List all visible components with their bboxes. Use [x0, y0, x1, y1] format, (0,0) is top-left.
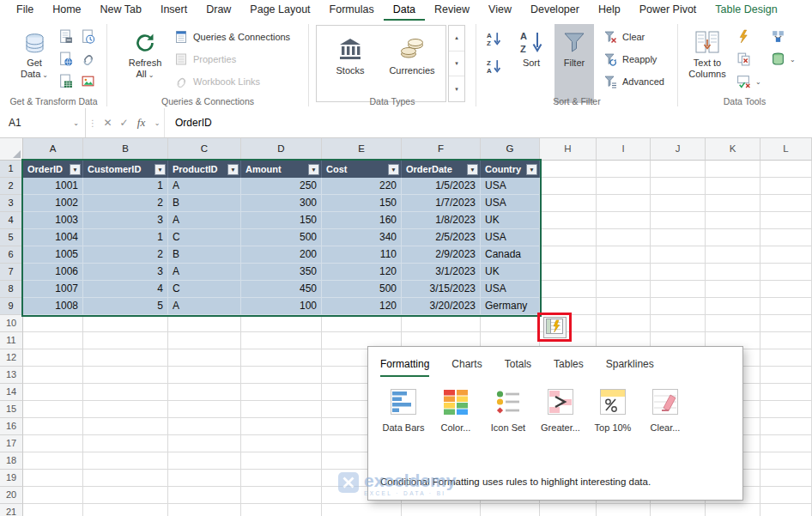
ribbon-tab-power-pivot[interactable]: Power Pivot [630, 0, 706, 21]
qa-tab-tables[interactable]: Tables [554, 358, 584, 377]
qa-item-greater[interactable]: Greater... [536, 389, 585, 433]
cell[interactable]: Germany [481, 298, 540, 315]
row-header-21[interactable]: 21 [0, 504, 23, 516]
row-header-15[interactable]: 15 [0, 401, 23, 418]
filter-dropdown-button[interactable]: ▼ [70, 164, 81, 175]
flash-fill-icon[interactable] [736, 29, 752, 45]
cell[interactable]: 1006 [23, 264, 83, 281]
cell[interactable]: 3 [83, 212, 168, 229]
cell[interactable]: 1003 [23, 212, 83, 229]
row-header-14[interactable]: 14 [0, 384, 23, 401]
filter-dropdown-button[interactable]: ▼ [388, 164, 399, 175]
qa-item-data-bars[interactable]: Data Bars [379, 389, 428, 433]
ribbon-tab-draw[interactable]: Draw [197, 0, 240, 21]
cell[interactable]: 2 [83, 195, 168, 212]
filter-dropdown-button[interactable]: ▼ [227, 164, 239, 175]
cell[interactable]: 200 [241, 246, 322, 264]
cell[interactable]: 500 [241, 229, 322, 246]
cell[interactable]: Canada [481, 246, 540, 264]
cancel-icon[interactable]: ✕ [100, 108, 116, 137]
qa-tab-charts[interactable]: Charts [451, 358, 482, 377]
quick-analysis-button[interactable] [543, 317, 567, 338]
cell[interactable]: 300 [241, 195, 322, 212]
stocks-button[interactable]: Stocks [322, 33, 379, 76]
cell[interactable]: 4 [83, 281, 168, 298]
ribbon-tab-developer[interactable]: Developer [521, 0, 589, 21]
row-header-18[interactable]: 18 [0, 452, 23, 470]
cell[interactable]: 1 [83, 229, 168, 246]
cell[interactable]: 450 [241, 281, 322, 298]
cell[interactable]: B [168, 246, 241, 264]
refresh-all-button[interactable]: RefreshAll⌄ [124, 24, 167, 103]
cell[interactable]: 1/5/2023 [402, 178, 481, 195]
from-text-csv-icon[interactable] [58, 29, 74, 45]
cell[interactable]: 120 [322, 298, 402, 315]
row-header-2[interactable]: 2 [0, 178, 23, 195]
recent-sources-icon[interactable] [81, 29, 96, 45]
column-header-J[interactable]: J [651, 138, 706, 161]
qa-tab-totals[interactable]: Totals [505, 358, 531, 377]
ribbon-tab-review[interactable]: Review [425, 0, 479, 21]
row-header-3[interactable]: 3 [0, 195, 23, 212]
cell[interactable]: 5 [83, 298, 168, 315]
row-header-6[interactable]: 6 [0, 246, 23, 264]
dropdown-chevron-icon[interactable]: ⌄ [755, 78, 761, 86]
table-header-cell-country[interactable]: Country▼ [481, 161, 540, 178]
filter-dropdown-button[interactable]: ▼ [155, 164, 166, 175]
data-types-gallery-scroll[interactable]: ▴ ▾ ▾ [448, 25, 465, 102]
cell[interactable]: C [168, 229, 241, 246]
from-web-icon[interactable] [58, 52, 74, 67]
cell[interactable]: USA [481, 281, 540, 298]
column-header-L[interactable]: L [760, 138, 812, 161]
cell[interactable]: 1/7/2023 [402, 195, 481, 212]
sort-button[interactable]: AZ Sort [512, 24, 551, 103]
table-header-cell-cost[interactable]: Cost▼ [322, 161, 402, 178]
column-header-C[interactable]: C [168, 138, 241, 161]
ribbon-tab-page-layout[interactable]: Page Layout [240, 0, 319, 21]
column-header-H[interactable]: H [540, 138, 597, 161]
cell[interactable]: 2/9/2023 [402, 246, 481, 264]
existing-connections-icon[interactable] [81, 52, 96, 67]
ribbon-tab-home[interactable]: Home [43, 0, 90, 21]
cell[interactable]: 3/20/2023 [402, 298, 481, 315]
row-header-19[interactable]: 19 [0, 470, 23, 487]
clear-filter-button[interactable]: Clear [603, 27, 645, 46]
get-data-button[interactable]: GetData⌄ [10, 24, 58, 103]
row-header-5[interactable]: 5 [0, 229, 23, 246]
cell[interactable]: 1 [83, 178, 168, 195]
currencies-button[interactable]: Currencies [382, 33, 442, 76]
formula-bar-input[interactable]: OrderID [164, 108, 812, 137]
insert-function-icon[interactable]: fx [132, 108, 150, 137]
cell[interactable]: USA [481, 195, 540, 212]
cell[interactable]: A [168, 298, 241, 315]
reapply-button[interactable]: Reapply [603, 50, 657, 69]
cell[interactable]: USA [481, 229, 540, 246]
qa-item-icon-set[interactable]: Icon Set [483, 389, 533, 433]
row-header-16[interactable]: 16 [0, 418, 23, 435]
gallery-down-icon[interactable]: ▾ [449, 52, 464, 77]
remove-duplicates-icon[interactable] [736, 52, 752, 67]
select-all-corner[interactable] [0, 138, 23, 161]
cell[interactable]: 1008 [23, 298, 83, 315]
column-header-K[interactable]: K [706, 138, 760, 161]
text-to-columns-button[interactable]: Text toColumns [683, 24, 731, 103]
row-header-10[interactable]: 10 [0, 315, 23, 332]
column-header-E[interactable]: E [322, 138, 402, 161]
ribbon-tab-help[interactable]: Help [589, 0, 630, 21]
column-header-A[interactable]: A [23, 138, 83, 161]
cell[interactable]: 2/5/2023 [402, 229, 481, 246]
row-header-13[interactable]: 13 [0, 367, 23, 384]
row-header-9[interactable]: 9 [0, 298, 23, 315]
enter-icon[interactable]: ✓ [116, 108, 132, 137]
cell[interactable]: 1001 [23, 178, 83, 195]
table-header-cell-productid[interactable]: ProductID▼ [168, 161, 241, 178]
filter-dropdown-button[interactable]: ▼ [526, 164, 537, 175]
dropdown-chevron-icon[interactable]: ⌄ [790, 56, 796, 64]
table-header-cell-customerid[interactable]: CustomerID▼ [83, 161, 168, 178]
from-table-icon[interactable] [58, 74, 74, 89]
cell[interactable]: 1005 [23, 246, 83, 264]
properties-button[interactable]: Properties [173, 50, 236, 69]
cell[interactable]: 110 [322, 246, 402, 264]
cell[interactable]: 500 [322, 281, 402, 298]
gallery-up-icon[interactable]: ▴ [449, 26, 464, 52]
